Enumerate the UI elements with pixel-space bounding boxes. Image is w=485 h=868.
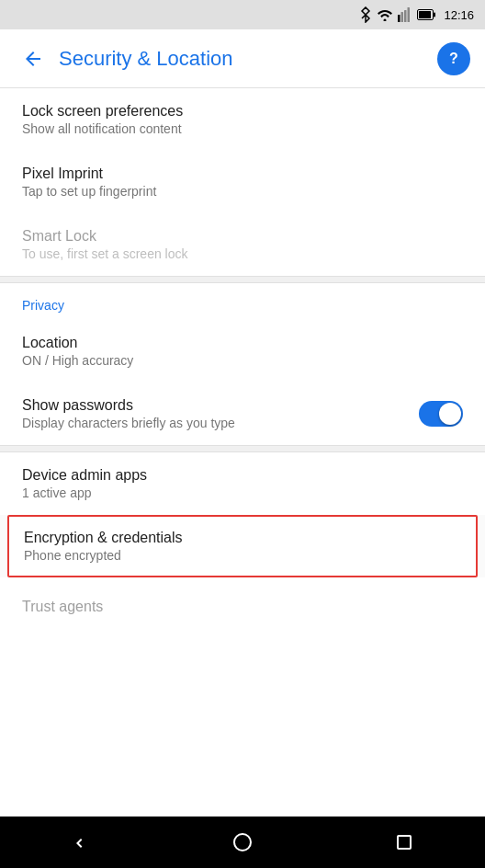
help-icon: ? — [449, 51, 458, 67]
wifi-icon — [377, 8, 393, 21]
settings-content: Lock screen preferences Show all notific… — [0, 88, 485, 636]
show-passwords-text: Show passwords Display characters briefl… — [22, 397, 235, 430]
svg-point-7 — [234, 834, 251, 851]
pixel-imprint-item[interactable]: Pixel Imprint Tap to set up fingerprint — [0, 151, 485, 213]
encryption-credentials-title: Encryption & credentials — [24, 530, 461, 546]
encryption-credentials-highlight: Encryption & credentials Phone encrypted — [7, 515, 478, 577]
trust-agents-title: Trust agents — [22, 599, 463, 615]
app-bar: Security & Location ? — [0, 29, 485, 88]
smart-lock-subtitle: To use, first set a screen lock — [22, 246, 463, 261]
lock-screen-preferences-subtitle: Show all notification content — [22, 121, 463, 136]
signal-icon — [398, 7, 412, 22]
page-title: Security & Location — [59, 47, 437, 71]
pixel-imprint-subtitle: Tap to set up fingerprint — [22, 184, 463, 199]
back-button[interactable] — [15, 40, 51, 77]
home-nav-button[interactable] — [224, 824, 261, 861]
toggle-thumb — [439, 403, 461, 425]
svg-rect-2 — [404, 10, 407, 22]
show-passwords-title: Show passwords — [22, 397, 235, 414]
status-time: 12:16 — [444, 8, 474, 22]
lock-screen-preferences-item[interactable]: Lock screen preferences Show all notific… — [0, 88, 485, 151]
status-bar: 12:16 — [0, 0, 485, 29]
section-divider-2 — [0, 445, 485, 452]
show-passwords-toggle[interactable] — [419, 401, 463, 427]
recent-nav-button[interactable] — [386, 824, 423, 861]
battery-icon — [417, 9, 435, 20]
trust-agents-item: Trust agents — [0, 577, 485, 636]
location-item[interactable]: Location ON / High accuracy — [0, 320, 485, 383]
pixel-imprint-title: Pixel Imprint — [22, 166, 463, 182]
back-nav-button[interactable] — [62, 824, 99, 861]
show-passwords-subtitle: Display characters briefly as you type — [22, 416, 235, 430]
svg-rect-6 — [434, 13, 435, 17]
lock-screen-preferences-title: Lock screen preferences — [22, 103, 463, 120]
section-divider-1 — [0, 276, 485, 283]
svg-rect-0 — [398, 15, 400, 22]
location-subtitle: ON / High accuracy — [22, 353, 463, 368]
encryption-credentials-subtitle: Phone encrypted — [24, 548, 461, 563]
bottom-nav — [0, 817, 485, 868]
location-title: Location — [22, 335, 463, 351]
show-passwords-item[interactable]: Show passwords Display characters briefl… — [0, 383, 485, 445]
privacy-header-text: Privacy — [22, 298, 463, 313]
device-admin-apps-item[interactable]: Device admin apps 1 active app — [0, 452, 485, 515]
svg-rect-8 — [398, 836, 411, 849]
privacy-section-header: Privacy — [0, 283, 485, 320]
svg-rect-5 — [419, 11, 431, 18]
smart-lock-title: Smart Lock — [22, 228, 463, 245]
status-icons: 12:16 — [359, 6, 474, 23]
svg-rect-1 — [401, 12, 404, 22]
svg-rect-3 — [408, 7, 411, 22]
smart-lock-item: Smart Lock To use, first set a screen lo… — [0, 213, 485, 276]
bluetooth-icon — [359, 6, 372, 23]
help-button[interactable]: ? — [437, 42, 470, 75]
device-admin-apps-title: Device admin apps — [22, 467, 463, 484]
encryption-credentials-item[interactable]: Encryption & credentials Phone encrypted — [9, 517, 476, 576]
device-admin-apps-subtitle: 1 active app — [22, 485, 463, 500]
